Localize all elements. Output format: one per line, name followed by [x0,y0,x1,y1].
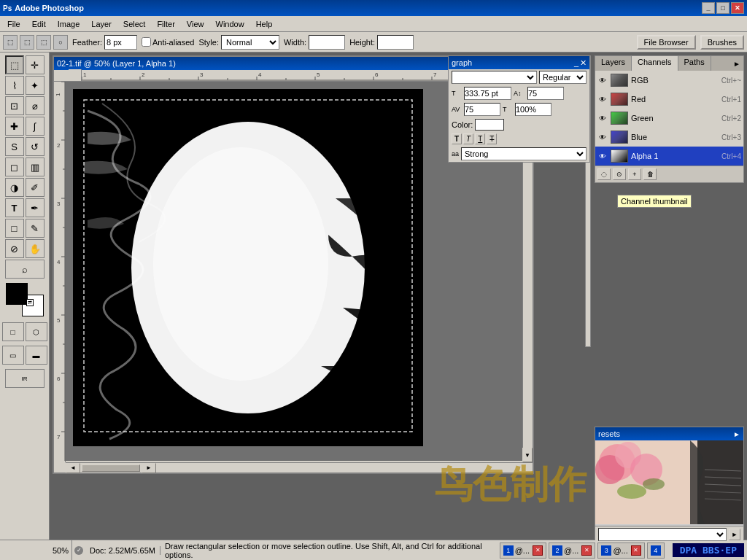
stamp-tool[interactable]: S [5,137,24,156]
task-item-4[interactable]: 4 [647,542,665,559]
char-panel-close[interactable]: ✕ [580,58,587,68]
slice-tool[interactable]: ⌀ [26,96,44,115]
char-panel-title: graph _ ✕ [449,56,589,69]
color-swatch[interactable] [475,119,504,131]
standard-mode-button[interactable]: □ [2,322,24,341]
swap-colors-icon[interactable]: ⇌ [26,299,34,306]
heal-tool[interactable]: ✚ [5,117,24,136]
move-tool[interactable]: ✛ [26,55,44,74]
scroll-down-arrow[interactable]: ▼ [522,448,533,462]
font-style-select[interactable]: Regular [539,71,587,84]
tracking-input[interactable] [464,103,500,116]
pen-tool[interactable]: ✒ [26,198,44,217]
channel-alpha1[interactable]: 👁 Alpha 1 Ctrl+4 [595,147,743,166]
hand-tool[interactable]: ✋ [26,239,44,258]
strikethrough-button[interactable]: T [487,133,497,144]
load-channel-as-selection[interactable]: ◌ [597,168,611,180]
jump-to-imageready-button[interactable]: IR [5,369,44,388]
close-button[interactable]: ✕ [731,2,744,14]
faux-italic-button[interactable]: T [463,133,473,144]
channel-red[interactable]: 👁 Red Ctrl+1 [595,90,743,109]
scale-input[interactable] [515,103,551,116]
channel-green[interactable]: 👁 Green Ctrl+2 [595,109,743,128]
task-item-2[interactable]: 2 @... ✕ [549,542,595,559]
underline-button[interactable]: T [475,133,485,144]
style-select[interactable]: Normal Fixed Aspect Ratio Fixed Size [221,35,279,50]
antialias-select[interactable]: Strong Smooth Sharp [461,147,587,160]
minimize-button[interactable]: _ [702,2,715,14]
task-item-3[interactable]: 3 @... ✕ [597,542,644,559]
standard-screen-button[interactable]: ▭ [2,346,24,365]
crop-tool[interactable]: ⊡ [5,96,24,115]
notes-tool[interactable]: ✎ [26,219,44,238]
history-brush-tool[interactable]: ↺ [26,137,44,156]
file-browser-button[interactable]: File Browser [637,35,696,50]
anti-alias-checkbox[interactable] [142,37,151,47]
scroll-horizontal-thumb[interactable] [82,464,140,472]
maximize-button[interactable]: □ [716,2,729,14]
char-panel-minimize[interactable]: _ [574,58,578,68]
height-input[interactable] [377,35,414,50]
lower-right-arrow[interactable]: ► [733,430,740,438]
scroll-left-arrow[interactable]: ◄ [66,463,80,473]
menu-edit[interactable]: Edit [26,18,52,30]
task-2-close[interactable]: ✕ [581,545,592,556]
foreground-color-swatch[interactable] [6,283,28,305]
channel-blue[interactable]: 👁 Blue Ctrl+3 [595,128,743,147]
tab-layers[interactable]: Layers [595,56,632,71]
lower-right-panel: resets ► ► [595,427,744,540]
full-screen-menu-button[interactable]: ▬ [26,346,47,365]
task-3-label: @... [613,546,627,555]
task-1-close[interactable]: ✕ [533,545,543,556]
menu-select[interactable]: Select [117,18,152,30]
channel-rgb-visibility[interactable]: 👁 [597,75,608,85]
eraser-tool[interactable]: ◻ [5,158,24,176]
font-family-select[interactable] [452,71,537,84]
channel-green-visibility[interactable]: 👁 [597,113,608,123]
menu-window[interactable]: Window [210,18,250,30]
panel-options-arrow[interactable]: ► [711,56,743,71]
channel-red-visibility[interactable]: 👁 [597,94,608,104]
brushes-button[interactable]: Brushes [700,35,744,50]
quick-mask-button[interactable]: ⬡ [26,322,47,341]
path-select-tool[interactable]: ✐ [26,178,44,197]
brush-tool[interactable]: ∫ [26,117,44,136]
delete-channel[interactable]: 🗑 [643,168,657,180]
lasso-tool[interactable]: ⌇ [5,76,24,95]
char-panel-controls[interactable]: _ ✕ [574,58,587,68]
magic-wand-tool[interactable]: ✦ [26,76,44,95]
scroll-right-arrow[interactable]: ► [142,463,156,473]
horizontal-scrollbar[interactable]: ◄ ► [66,462,533,472]
channel-rgb[interactable]: 👁 RGB Ctrl+~ [595,71,743,90]
faux-bold-button[interactable]: T [452,133,462,144]
channel-blue-visibility[interactable]: 👁 [597,132,608,142]
save-selection-as-channel[interactable]: ⊙ [613,168,626,180]
marquee-tool[interactable]: ⬚ [5,55,24,74]
menu-view[interactable]: View [181,18,210,30]
dodge-tool[interactable]: ◑ [5,178,24,197]
font-size-input[interactable] [464,87,511,100]
menu-file[interactable]: File [1,18,26,30]
menu-help[interactable]: Help [250,18,279,30]
preset-options-btn[interactable]: ► [729,529,740,540]
shape-tool[interactable]: □ [5,219,24,238]
menu-layer[interactable]: Layer [85,18,117,30]
channel-alpha1-visibility[interactable]: 👁 [597,151,608,161]
menu-filter[interactable]: Filter [151,18,180,30]
gradient-tool[interactable]: ▥ [26,158,44,176]
task-item-1[interactable]: 1 @... ✕ [500,542,546,559]
tab-channels[interactable]: Channels [632,56,678,71]
preset-select[interactable] [598,528,727,541]
window-controls[interactable]: _ □ ✕ [702,2,744,14]
zoom-tool[interactable]: ⌕ [5,260,44,279]
feather-input[interactable] [104,35,137,50]
type-tool[interactable]: T [5,198,24,217]
leading-input[interactable] [527,87,564,100]
new-channel[interactable]: + [628,168,641,180]
menu-image[interactable]: Image [52,18,86,30]
task-3-close[interactable]: ✕ [631,545,641,556]
lower-right-controls[interactable]: ► [733,430,740,438]
eyedropper-tool[interactable]: ⊘ [5,239,24,258]
width-input[interactable] [309,35,345,50]
tab-paths[interactable]: Paths [678,56,711,71]
